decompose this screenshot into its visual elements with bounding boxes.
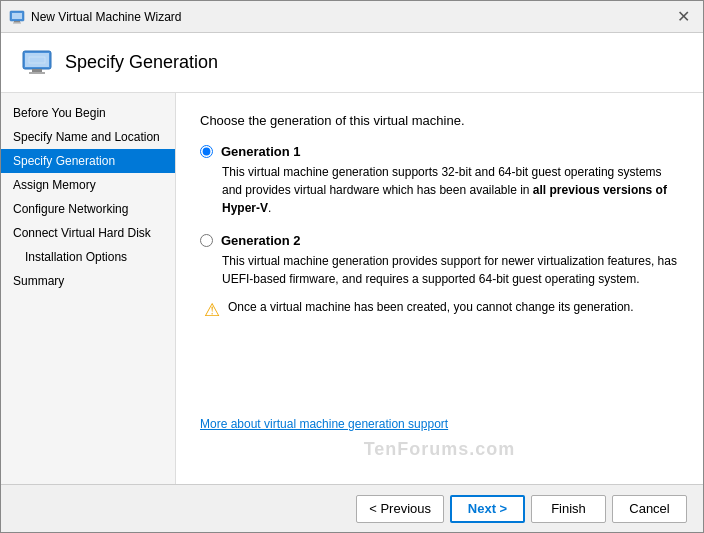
sidebar-item-specify-name[interactable]: Specify Name and Location — [1, 125, 175, 149]
window-icon — [9, 9, 25, 25]
sidebar-item-specify-generation[interactable]: Specify Generation — [1, 149, 175, 173]
sidebar-item-connect-disk[interactable]: Connect Virtual Hard Disk — [1, 221, 175, 245]
generation1-radio[interactable] — [200, 145, 213, 158]
generation1-label-row: Generation 1 — [200, 144, 679, 159]
cancel-button[interactable]: Cancel — [612, 495, 687, 523]
sidebar-item-before-you-begin[interactable]: Before You Begin — [1, 101, 175, 125]
next-button[interactable]: Next > — [450, 495, 525, 523]
sidebar: Before You Begin Specify Name and Locati… — [1, 93, 176, 484]
svg-rect-1 — [12, 13, 22, 19]
radio-group: Generation 1 This virtual machine genera… — [200, 144, 679, 288]
previous-button[interactable]: < Previous — [356, 495, 444, 523]
watermark: TenForums.com — [200, 435, 679, 464]
generation2-option: Generation 2 This virtual machine genera… — [200, 233, 679, 288]
warning-row: ⚠ Once a virtual machine has been create… — [204, 300, 679, 322]
title-bar-left: New Virtual Machine Wizard — [9, 9, 182, 25]
svg-rect-3 — [13, 22, 21, 23]
sidebar-item-configure-networking[interactable]: Configure Networking — [1, 197, 175, 221]
page-header: Specify Generation — [1, 33, 703, 93]
generation2-label-row: Generation 2 — [200, 233, 679, 248]
sidebar-item-assign-memory[interactable]: Assign Memory — [1, 173, 175, 197]
generation2-radio[interactable] — [200, 234, 213, 247]
title-bar: New Virtual Machine Wizard ✕ — [1, 1, 703, 33]
warning-text: Once a virtual machine has been created,… — [228, 300, 634, 314]
close-button[interactable]: ✕ — [671, 5, 695, 29]
finish-button[interactable]: Finish — [531, 495, 606, 523]
svg-rect-7 — [29, 72, 45, 74]
main-content: Choose the generation of this virtual ma… — [176, 93, 703, 484]
generation2-desc: This virtual machine generation provides… — [222, 252, 679, 288]
generation1-option: Generation 1 This virtual machine genera… — [200, 144, 679, 217]
svg-rect-6 — [32, 69, 42, 72]
generation1-label[interactable]: Generation 1 — [221, 144, 300, 159]
svg-rect-5 — [25, 53, 49, 67]
generation1-desc: This virtual machine generation supports… — [222, 163, 679, 217]
header-icon — [21, 47, 53, 79]
sidebar-item-installation-options[interactable]: Installation Options — [1, 245, 175, 269]
sidebar-item-summary[interactable]: Summary — [1, 269, 175, 293]
content-area: Before You Begin Specify Name and Locati… — [1, 93, 703, 484]
window-title: New Virtual Machine Wizard — [31, 10, 182, 24]
wizard-window: New Virtual Machine Wizard ✕ Specify Gen… — [0, 0, 704, 533]
footer: < Previous Next > Finish Cancel — [1, 484, 703, 532]
instruction-text: Choose the generation of this virtual ma… — [200, 113, 679, 128]
more-link[interactable]: More about virtual machine generation su… — [200, 417, 679, 431]
page-title: Specify Generation — [65, 52, 218, 73]
warning-icon: ⚠ — [204, 300, 220, 322]
generation2-label[interactable]: Generation 2 — [221, 233, 300, 248]
svg-rect-2 — [14, 21, 20, 23]
